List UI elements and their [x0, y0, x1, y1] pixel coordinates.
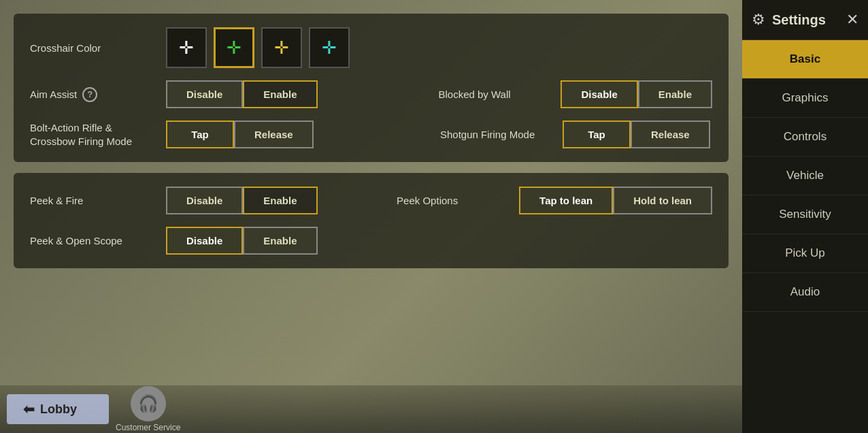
blocked-by-wall-buttons: Disable Enable [561, 80, 712, 108]
section-1: Crosshair Color ✛ ✛ ✛ ✛ Aim Assist ? Dis… [14, 14, 729, 162]
blocked-by-wall-group: Blocked by Wall Disable Enable [438, 80, 712, 108]
peek-scope-label: Peek & Open Scope [30, 235, 166, 246]
crosshair-green[interactable]: ✛ [214, 27, 254, 68]
aim-assist-disable[interactable]: Disable [166, 80, 243, 108]
peek-scope-disable[interactable]: Disable [166, 227, 243, 255]
aim-assist-label: Aim Assist ? [30, 87, 166, 102]
sidebar-item-vehicle[interactable]: Vehicle [742, 157, 868, 195]
peek-scope-buttons: Disable Enable [166, 227, 318, 255]
blocked-by-wall-enable[interactable]: Enable [638, 80, 712, 108]
sidebar-item-graphics[interactable]: Graphics [742, 79, 868, 118]
lobby-label: Lobby [40, 402, 77, 417]
close-button[interactable]: ✕ [846, 11, 858, 29]
sidebar-header: ⚙ Settings ✕ [742, 0, 868, 40]
shotgun-firing-label: Shotgun Firing Mode [440, 129, 549, 140]
sidebar: ⚙ Settings ✕ Basic Graphics Controls Veh… [742, 0, 868, 433]
blocked-by-wall-disable[interactable]: Disable [561, 80, 637, 108]
customer-service-label: Customer Service [116, 423, 180, 432]
bolt-action-label: Bolt-Action Rifle & Crossbow Firing Mode [30, 121, 166, 148]
sidebar-item-sensitivity[interactable]: Sensitivity [742, 195, 868, 234]
peek-fire-row: Peek & Fire Disable Enable Peek Options … [30, 187, 712, 214]
peek-fire-enable[interactable]: Enable [243, 187, 317, 214]
main-content: Crosshair Color ✛ ✛ ✛ ✛ Aim Assist ? Dis… [0, 0, 742, 433]
lobby-button[interactable]: ⬅ Lobby [7, 394, 109, 424]
gear-icon: ⚙ [752, 11, 765, 29]
sidebar-item-basic[interactable]: Basic [742, 40, 868, 79]
crosshair-color-group: ✛ ✛ ✛ ✛ [166, 27, 350, 68]
peek-options-label: Peek Options [397, 195, 505, 206]
shotgun-tap[interactable]: Tap [563, 121, 631, 148]
hold-to-lean[interactable]: Hold to lean [613, 187, 712, 214]
bottom-bar: ⬅ Lobby 🎧 Customer Service [0, 385, 742, 433]
shotgun-firing-group: Shotgun Firing Mode Tap Release [440, 121, 712, 148]
crosshair-row: Crosshair Color ✛ ✛ ✛ ✛ [30, 27, 712, 68]
settings-title: Settings [772, 12, 826, 28]
crosshair-yellow[interactable]: ✛ [261, 27, 302, 68]
aim-assist-row: Aim Assist ? Disable Enable Blocked by W… [30, 80, 712, 108]
peek-fire-buttons: Disable Enable [166, 187, 318, 214]
bolt-action-tap[interactable]: Tap [166, 121, 234, 148]
shotgun-firing-buttons: Tap Release [563, 121, 710, 148]
tap-to-lean[interactable]: Tap to lean [519, 187, 613, 214]
sidebar-item-audio[interactable]: Audio [742, 273, 868, 312]
crosshair-white[interactable]: ✛ [166, 27, 207, 68]
shotgun-release[interactable]: Release [631, 121, 710, 148]
crosshair-cyan[interactable]: ✛ [309, 27, 350, 68]
blocked-by-wall-label: Blocked by Wall [438, 89, 547, 100]
bolt-action-row: Bolt-Action Rifle & Crossbow Firing Mode… [30, 121, 712, 148]
customer-service-icon: 🎧 [131, 386, 166, 421]
crosshair-label: Crosshair Color [30, 42, 166, 54]
sidebar-item-controls[interactable]: Controls [742, 118, 868, 157]
help-icon[interactable]: ? [82, 87, 97, 102]
customer-service-button[interactable]: 🎧 Customer Service [116, 386, 180, 432]
peek-scope-enable[interactable]: Enable [243, 227, 317, 255]
bolt-action-release[interactable]: Release [234, 121, 314, 148]
peek-options-group: Peek Options Tap to lean Hold to lean [397, 187, 712, 214]
peek-scope-row: Peek & Open Scope Disable Enable [30, 227, 712, 255]
peek-fire-disable[interactable]: Disable [166, 187, 243, 214]
aim-assist-buttons: Disable Enable [166, 80, 318, 108]
lobby-icon: ⬅ [23, 401, 35, 417]
peek-options-buttons: Tap to lean Hold to lean [519, 187, 712, 214]
bolt-action-buttons: Tap Release [166, 121, 314, 148]
peek-fire-label: Peek & Fire [30, 195, 166, 206]
sidebar-item-pickup[interactable]: Pick Up [742, 234, 868, 273]
aim-assist-enable[interactable]: Enable [243, 80, 317, 108]
section-2: Peek & Fire Disable Enable Peek Options … [14, 173, 729, 268]
